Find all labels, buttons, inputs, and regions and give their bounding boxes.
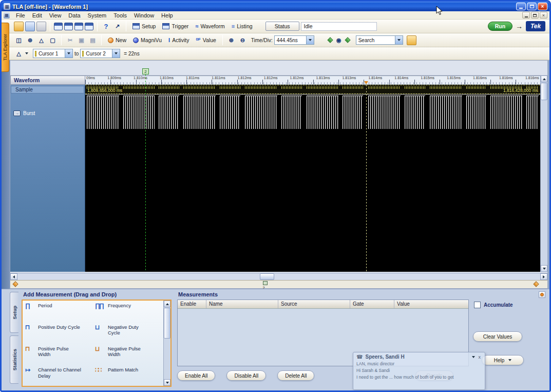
copy-icon[interactable]: ▣	[77, 35, 86, 45]
menu-file[interactable]: File	[13, 12, 28, 19]
measurement-item[interactable]: ∏Period	[24, 302, 92, 321]
menu-tools[interactable]: Tools	[110, 12, 130, 19]
listing-button[interactable]: ≡ Listing	[229, 22, 255, 30]
sample-row-label[interactable]: Sample	[11, 86, 84, 94]
popup-close-icon[interactable]: x	[478, 354, 482, 360]
range-marker-right[interactable]	[533, 281, 539, 287]
overview-cursor2-marker[interactable]: 2	[263, 281, 268, 285]
list-scroll-down-button[interactable]	[164, 379, 170, 386]
maximize-button[interactable]	[527, 3, 537, 10]
range-marker-left[interactable]	[12, 281, 18, 287]
measurement-item[interactable]: ⊔Negative Pulse Width	[94, 345, 162, 364]
zoom-in-icon[interactable]: ⊕	[226, 35, 236, 45]
trigger-button[interactable]: Trigger	[160, 22, 191, 30]
cursor2-flag[interactable]: 2	[142, 68, 149, 74]
measurement-list-scrollbar[interactable]	[163, 301, 170, 386]
mdi-close-button[interactable]: ×	[540, 12, 547, 18]
panel-options-button[interactable]	[539, 291, 545, 298]
run-button[interactable]: Run	[488, 22, 512, 31]
cursor1-line[interactable]	[366, 85, 367, 272]
burst-expand-icon[interactable]: →	[13, 110, 21, 116]
close-button[interactable]: ×	[538, 3, 547, 10]
button-delete-all[interactable]: Delete All	[277, 370, 314, 381]
menu-data[interactable]: Data	[65, 12, 83, 19]
save-icon[interactable]	[25, 22, 35, 31]
activity-button[interactable]: I Activity	[166, 36, 192, 44]
tla-explorer-tab[interactable]: TLA Explorer	[2, 23, 9, 72]
splitter-icon[interactable]: ◫	[14, 35, 24, 45]
button-enable-all[interactable]: Enable All	[177, 370, 215, 381]
measurement-item[interactable]: ∷∷Pattern Match	[94, 366, 162, 385]
measurement-item[interactable]: ⊓Positive Duty Cycle	[24, 324, 92, 342]
list-scroll-up-button[interactable]	[164, 301, 170, 307]
window-icon[interactable]: ▢	[48, 35, 58, 45]
measurement-item[interactable]: ⊔Negative Duty Cycle	[94, 324, 162, 342]
menu-view[interactable]: View	[46, 12, 65, 19]
layout-window-icon-2[interactable]	[64, 23, 73, 30]
new-button[interactable]: New	[105, 36, 129, 44]
mdi-restore-button[interactable]	[531, 12, 539, 18]
scroll-down-button[interactable]	[541, 265, 547, 272]
delta-dropdown-icon[interactable]	[25, 52, 28, 54]
measurement-item[interactable]: ⊓Positive Pulse Width	[24, 345, 92, 364]
marker-strip[interactable]: 2	[10, 61, 547, 76]
minimize-button[interactable]	[516, 3, 526, 10]
status-button[interactable]: Status	[265, 22, 299, 31]
measurement-item[interactable]: ↦Channel to Channel Delay	[24, 366, 92, 385]
layout-window-icon-4[interactable]	[85, 23, 93, 30]
binoculars-icon[interactable]: ◉	[335, 35, 343, 45]
popup-dropdown-icon[interactable]	[472, 356, 475, 358]
vertical-scroll-thumb[interactable]	[541, 83, 547, 100]
vertical-scrollbar[interactable]	[540, 76, 547, 272]
search-next-icon[interactable]	[345, 37, 350, 43]
menu-edit[interactable]: Edit	[29, 12, 45, 19]
time-ruler[interactable]: 09ms1.809ms1.810ms1.810ms1.811ms1.811ms1…	[85, 76, 540, 85]
panel-tab-statistics[interactable]: Statistics	[10, 335, 18, 384]
search-select[interactable]: Search	[356, 35, 403, 45]
value-button[interactable]: 0F Value	[193, 36, 218, 44]
search-dropdown-icon[interactable]	[395, 36, 403, 44]
layout-window-icon-3[interactable]	[74, 23, 83, 30]
setup-button[interactable]: Setup	[130, 22, 158, 30]
waveform-display[interactable]: 1,809,656,000 ms 1,816,428,000 ms	[85, 85, 540, 272]
cursor1-select[interactable]: Cursor 1	[33, 49, 73, 58]
mdi-minimize-button[interactable]	[522, 12, 530, 18]
cursor2-select[interactable]: Cursor 2	[80, 49, 120, 58]
menu-help[interactable]: Help	[158, 12, 176, 19]
scroll-left-button[interactable]	[10, 273, 17, 280]
burst-signal-row[interactable]: → Burst	[13, 110, 35, 116]
title-bar[interactable]: ▦ TLA [off-line] - [Waveform 1] ×	[2, 2, 549, 11]
magnivu-button[interactable]: MagniVu	[130, 36, 164, 44]
paste-icon[interactable]: ▤	[88, 35, 98, 45]
layout-window-icon-1[interactable]	[54, 23, 63, 30]
open-icon[interactable]	[14, 22, 24, 31]
timediv-select[interactable]: 444.45ns	[274, 35, 314, 45]
search-options-icon[interactable]	[407, 35, 416, 45]
cursor1-dropdown-icon[interactable]	[65, 49, 72, 58]
zoom-out-icon[interactable]: ⊖	[238, 35, 248, 45]
cursor1-top-marker[interactable]	[364, 81, 368, 84]
cursor2-line[interactable]	[145, 74, 146, 272]
help-icon[interactable]: ?	[101, 22, 111, 31]
waveform-button[interactable]: ≈ Waveform	[193, 22, 227, 30]
cut-icon[interactable]: ✂	[65, 35, 75, 45]
measurement-item[interactable]: ∏∏Frequency	[94, 302, 162, 321]
scroll-right-button[interactable]	[540, 273, 547, 280]
accumulate-checkbox[interactable]	[474, 302, 481, 308]
notification-popup[interactable]: ☎ Speers, Sandi H x LAN, music directorH…	[353, 352, 485, 390]
delta-icon[interactable]: △	[14, 49, 24, 59]
button-disable-all[interactable]: Disable All	[226, 370, 266, 381]
list-scroll-thumb[interactable]	[164, 308, 170, 339]
accumulate-option[interactable]: Accumulate	[474, 302, 513, 308]
properties-wizard-icon[interactable]: ↗	[112, 22, 122, 31]
zoom-triangle-icon[interactable]: △	[36, 35, 46, 45]
print-icon[interactable]	[36, 22, 46, 31]
horizontal-scrollbar[interactable]	[10, 273, 547, 280]
scroll-up-button[interactable]	[541, 76, 547, 82]
clear-values-button[interactable]: Clear Values	[473, 331, 522, 342]
menu-window[interactable]: Window	[131, 12, 157, 19]
panel-tab-setup[interactable]: Setup	[10, 292, 18, 333]
help-button[interactable]: Help	[482, 355, 524, 365]
search-previous-icon[interactable]	[327, 37, 333, 43]
menu-system[interactable]: System	[85, 12, 110, 19]
